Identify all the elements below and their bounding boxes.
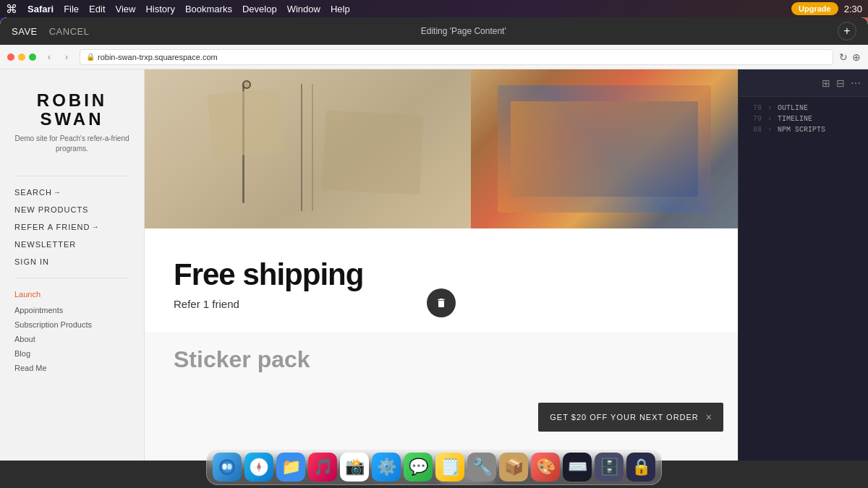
dock-messages[interactable]: 💬 <box>404 453 433 481</box>
apple-menu-icon[interactable]: ⌘ <box>6 2 17 16</box>
menubar-left: ⌘ Safari File Edit View History Bookmark… <box>6 2 350 16</box>
sq-hero-image-left <box>145 75 471 228</box>
sq-discount-text: GET $20 OFF YOUR NEXT ORDER <box>550 413 699 421</box>
sq-nav-about[interactable]: About <box>0 332 144 346</box>
sq-nav-subscription[interactable]: Subscription Products <box>0 317 144 332</box>
menubar-help[interactable]: Help <box>331 4 350 14</box>
code-line-outline[interactable]: 78 › OUTLINE <box>744 103 862 114</box>
menubar-view[interactable]: View <box>116 4 136 14</box>
dock-storage[interactable]: 🗄️ <box>595 453 624 481</box>
sq-nav-divider-1 <box>14 176 129 176</box>
code-line-text-timeline: TIMELINE <box>778 115 812 123</box>
editor-body: ROBIN SWAN Demo site for Peach's refer-a… <box>0 75 868 461</box>
menubar: ⌘ Safari File Edit View History Bookmark… <box>0 0 868 17</box>
sq-nav-blog[interactable]: Blog <box>0 346 144 361</box>
menubar-file[interactable]: File <box>64 4 79 14</box>
safari-window: ‹ › P personal – milestone referral t...… <box>0 17 868 488</box>
sq-hero-images <box>145 75 738 228</box>
sq-discount-banner: GET $20 OFF YOUR NEXT ORDER × <box>538 403 723 432</box>
dock-appstore[interactable]: ⚙️ <box>372 453 401 481</box>
menubar-time: 2:30 <box>844 4 862 14</box>
sq-brand: ROBIN SWAN Demo site for Peach's refer-a… <box>0 84 144 168</box>
sq-nav-divider-2 <box>14 278 129 278</box>
code-line-arrow-78: › <box>767 104 772 112</box>
dock-tools[interactable]: 🔧 <box>467 453 496 481</box>
macos-dock: 📁 🎵 📸 ⚙️ 💬 🗒️ 🔧 📦 🎨 ⌨️ 🗄️ 🔒 <box>206 449 662 485</box>
code-line-arrow-88: › <box>767 126 772 134</box>
svg-point-2 <box>228 463 232 469</box>
menubar-history[interactable]: History <box>145 4 174 14</box>
menubar-window[interactable]: Window <box>287 4 320 14</box>
dock-finder[interactable] <box>213 453 242 481</box>
svg-point-1 <box>222 463 226 469</box>
right-panel-content: 78 › OUTLINE 79 › TIMELINE 88 › NPM <box>739 97 868 461</box>
squarespace-sidebar: ROBIN SWAN Demo site for Peach's refer-a… <box>0 75 145 461</box>
panel-more-icon[interactable]: ⋯ <box>851 77 861 89</box>
menubar-edit[interactable]: Edit <box>89 4 105 14</box>
safari-content-area: Unsplash Photos for everyone 🔍 merch Pho… <box>0 75 868 488</box>
dock-photos[interactable]: 📸 <box>340 453 369 481</box>
code-line-text-outline: OUTLINE <box>778 104 808 112</box>
sq-nav-sign-in[interactable]: SIGN IN <box>0 253 144 270</box>
code-line-text-npm: NPM SCRIPTS <box>778 126 825 134</box>
dock-terminal[interactable]: ⌨️ <box>563 453 592 481</box>
sq-sticker-section: Sticker pack <box>145 332 738 388</box>
sq-nav-newsletter[interactable]: NEWSLETTER <box>0 236 144 253</box>
right-panel-topbar: ⊞ ⊟ ⋯ <box>739 75 868 97</box>
sq-sticker-title: Sticker pack <box>174 346 709 373</box>
dock-security[interactable]: 🔒 <box>626 453 655 481</box>
menubar-bookmarks[interactable]: Bookmarks <box>185 4 232 14</box>
svg-point-0 <box>219 459 235 475</box>
menubar-right: Upgrade 2:30 <box>791 2 862 15</box>
dock-notes[interactable]: 🗒️ <box>435 453 464 481</box>
right-code-panel: ⊞ ⊟ ⋯ 78 › OUTLINE 79 › TIMELIN <box>738 75 868 461</box>
sq-shipping-section: Free shipping Refer 1 friend <box>145 228 738 332</box>
dock-design[interactable]: 🎨 <box>531 453 560 481</box>
dock-package[interactable]: 📦 <box>499 453 528 481</box>
sq-nav-new-products[interactable]: NEW PRODUCTS <box>0 201 144 218</box>
sq-nav-search[interactable]: SEARCH→ <box>0 184 144 201</box>
panel-split-icon[interactable]: ⊟ <box>836 77 845 89</box>
dock-safari[interactable] <box>244 453 273 481</box>
code-line-arrow-79: › <box>767 115 772 123</box>
panel-menu-icon[interactable]: ⊞ <box>822 77 830 89</box>
code-line-num-78: 78 <box>747 104 762 112</box>
sq-brand-name: ROBIN SWAN <box>14 91 129 129</box>
sq-nav-launch[interactable]: Launch <box>0 286 144 303</box>
sq-nav-read-me[interactable]: Read Me <box>0 361 144 375</box>
code-line-npm[interactable]: 88 › NPM SCRIPTS <box>744 124 862 135</box>
code-line-timeline[interactable]: 79 › TIMELINE <box>744 114 862 124</box>
sq-nav-refer-friend[interactable]: REFER A FRIEND→ <box>0 218 144 236</box>
sq-nav-appointments[interactable]: Appointments <box>0 303 144 317</box>
squarespace-page-content: Free shipping Refer 1 friend Sticker pac… <box>145 75 738 461</box>
menubar-develop[interactable]: Develop <box>242 4 277 14</box>
code-line-num-79: 79 <box>747 115 762 123</box>
menubar-app-name[interactable]: Safari <box>27 4 54 14</box>
sq-delete-section-button[interactable] <box>427 288 456 317</box>
dock-folders[interactable]: 📁 <box>276 453 305 481</box>
sq-discount-close-button[interactable]: × <box>706 411 712 423</box>
sq-shipping-title: Free shipping <box>174 257 709 292</box>
upgrade-button[interactable]: Upgrade <box>791 2 838 15</box>
code-line-num-88: 88 <box>747 126 762 134</box>
dock-music[interactable]: 🎵 <box>308 453 337 481</box>
squarespace-editor: SAVE CANCEL Editing 'Page Content' + ‹ › <box>0 75 868 488</box>
sq-hero-image-right <box>471 75 738 228</box>
sq-brand-tagline: Demo site for Peach's refer-a-friend pro… <box>14 134 129 154</box>
